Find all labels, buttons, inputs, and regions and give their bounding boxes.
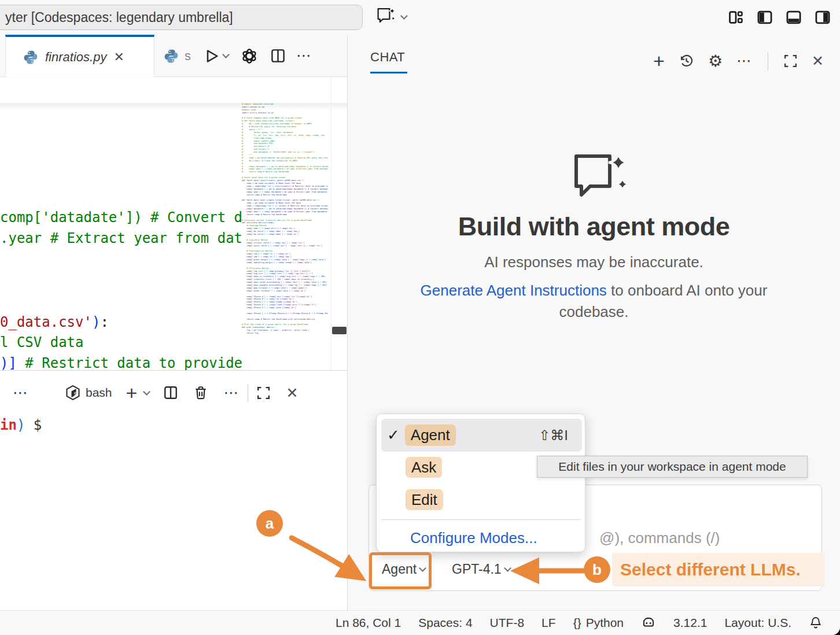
openai-codex-icon[interactable]: [239, 46, 260, 67]
new-chat-icon[interactable]: +: [653, 50, 665, 72]
status-cursor-position[interactable]: Ln 86, Col 1: [336, 616, 401, 630]
menu-item-configure-modes[interactable]: Configure Modes...: [410, 529, 537, 547]
chat-tab-underline: [370, 72, 407, 73]
new-terminal-icon[interactable]: +: [126, 382, 138, 404]
run-python-file-icon[interactable]: [204, 48, 229, 64]
minimap[interactable]: # Import required librariesimport pandas…: [242, 103, 331, 357]
status-encoding[interactable]: UTF-8: [490, 616, 525, 630]
braces-icon: {}: [573, 616, 581, 630]
status-indentation[interactable]: Spaces: 4: [418, 616, 472, 630]
copilot-chat-icon: [376, 7, 397, 27]
annotation-circle-b: b: [584, 556, 610, 583]
menu-edit-label: Edit: [406, 489, 443, 510]
editor-scrollbar-thumb[interactable]: [332, 327, 347, 334]
chevron-down-icon: [400, 12, 408, 20]
chat-history-icon[interactable]: [679, 53, 694, 69]
menu-item-edit[interactable]: Edit: [406, 491, 443, 509]
code-lines: comp['datadate']) # Convert d.year # Ext…: [0, 77, 242, 370]
menu-ask-label: Ask: [406, 457, 442, 478]
kill-terminal-trash-icon[interactable]: [193, 385, 208, 400]
copilot-status-icon[interactable]: [641, 615, 656, 630]
minimap-line: # lt, at, txt, act, seq, dltt, dlc, ni, …: [242, 134, 331, 137]
close-chat-icon[interactable]: ✕: [812, 53, 824, 69]
menu-item-agent[interactable]: ✓ Agent ⇧⌘I: [381, 419, 582, 452]
minimap-line: return fig: [242, 332, 331, 335]
annotation-highlight-rect: [369, 552, 432, 589]
minimap-line: comp = comp[comp['tic'].isin(tickers)] #…: [242, 185, 331, 188]
split-terminal-icon[interactable]: [163, 385, 178, 400]
editor-tab-bar: finratios.py ✕ s: [0, 35, 347, 77]
toggle-secondary-sidebar-icon[interactable]: [815, 9, 831, 25]
tab-finratios-py[interactable]: finratios.py ✕: [5, 35, 154, 77]
minimap-line: comp['ZScore'] = 1.2*comp.ZScore_A + 1.4…: [242, 312, 331, 315]
separator: [768, 53, 768, 70]
chat-caution-text: AI responses may be inaccurate.: [348, 253, 840, 271]
svg-text:$: $: [73, 391, 76, 397]
status-keyboard-layout[interactable]: Layout: U.S.: [724, 616, 791, 630]
panel-more-icon[interactable]: ⋯: [13, 384, 29, 402]
chevron-down-icon[interactable]: [143, 388, 151, 396]
command-center-search[interactable]: yter [Codespaces: legendary umbrella]: [0, 5, 363, 30]
status-eol[interactable]: LF: [541, 616, 556, 630]
status-language[interactable]: {} Python: [573, 616, 624, 630]
chat-welcome-heading: Build with agent mode: [348, 212, 840, 242]
chat-header-actions: + ⚙ ⋯ ✕: [653, 50, 824, 72]
tab-partial-filename: s: [185, 49, 191, 64]
menu-agent-shortcut: ⇧⌘I: [539, 427, 568, 444]
code-line: comp['datadate']) # Convert d: [0, 209, 242, 226]
code-line: )] # Restrict data to provide: [0, 355, 242, 370]
notifications-bell-icon[interactable]: [809, 616, 823, 630]
prompt-segment: ): [17, 417, 25, 433]
editor-actions: ⋯: [204, 35, 312, 77]
chat-onboard-text: Generate Agent Instructions to onboard A…: [348, 280, 840, 323]
annotation-circle-a: a: [256, 510, 283, 537]
tab-filename: finratios.py: [45, 50, 106, 65]
settings-gear-icon[interactable]: ⚙: [708, 51, 723, 71]
terminal-prompt: in) $: [0, 417, 42, 433]
generate-agent-instructions-link[interactable]: Generate Agent Instructions: [421, 282, 607, 299]
status-bar: Ln 86, Col 1 Spaces: 4 UTF-8 LF {} Pytho…: [0, 610, 840, 635]
separator: [248, 384, 248, 401]
layout-controls: [728, 9, 831, 25]
agent-mode-tooltip: Edit files in your workspace in agent mo…: [537, 456, 808, 478]
annotation-label: Select different LLMs.: [612, 553, 825, 586]
menu-item-ask[interactable]: Ask: [406, 459, 442, 477]
minimap-line: comp['datadate'] = pd.to_datetime(comp['…: [242, 188, 331, 191]
status-language-label: Python: [586, 616, 624, 630]
copilot-chat-menu-button[interactable]: [376, 7, 407, 27]
chat-model-picker[interactable]: GPT-4.1: [452, 562, 510, 577]
python-file-icon: [164, 49, 179, 64]
title-bar: yter [Codespaces: legendary umbrella]: [0, 0, 840, 35]
tab-chat[interactable]: CHAT: [370, 50, 405, 65]
terminal-header: ⋯ $ bash + ⋯ ✕: [0, 375, 347, 410]
bash-terminal-icon: $: [65, 385, 81, 401]
terminal-panel[interactable]: ⋯ $ bash + ⋯ ✕ in) $: [0, 370, 347, 610]
mode-dropdown-menu: ✓ Agent ⇧⌘I Ask Edit Configure Modes...: [376, 414, 585, 552]
more-actions-icon[interactable]: ⋯: [296, 47, 312, 65]
chat-model-value: GPT-4.1: [452, 562, 502, 577]
customize-layout-icon[interactable]: [728, 9, 744, 25]
terminal-more-icon[interactable]: ⋯: [223, 384, 240, 402]
chevron-down-icon: [222, 51, 230, 58]
terminal-shell-label[interactable]: bash: [86, 386, 112, 400]
code-line: .year # Extract year from dat: [0, 230, 242, 246]
minimap-line: comp['quick_ratio'] = (comp['act'] - com…: [242, 245, 331, 248]
tab-partial[interactable]: s: [164, 35, 191, 77]
close-panel-icon[interactable]: ✕: [286, 385, 298, 401]
toggle-primary-sidebar-icon[interactable]: [757, 9, 773, 25]
minimap-line: comp['year'] = comp['datadate'].dt.year …: [242, 191, 331, 194]
code-line: 0_data.csv'):: [0, 314, 109, 330]
checkmark-icon: ✓: [387, 426, 400, 444]
split-editor-icon[interactable]: [270, 48, 286, 64]
chat-input-placeholder: @), commands (/): [599, 529, 720, 547]
chevron-down-icon: [504, 564, 511, 572]
maximize-panel-icon[interactable]: [256, 386, 271, 400]
menu-divider: [381, 519, 581, 520]
maximize-chat-icon[interactable]: [783, 54, 798, 68]
status-python-version[interactable]: 3.12.1: [673, 616, 707, 630]
tab-close-icon[interactable]: ✕: [113, 50, 124, 65]
python-file-icon: [23, 50, 38, 65]
toggle-panel-icon[interactable]: [786, 9, 802, 25]
chat-more-icon[interactable]: ⋯: [736, 52, 753, 70]
code-editor[interactable]: comp['datadate']) # Convert d.year # Ext…: [0, 77, 347, 370]
